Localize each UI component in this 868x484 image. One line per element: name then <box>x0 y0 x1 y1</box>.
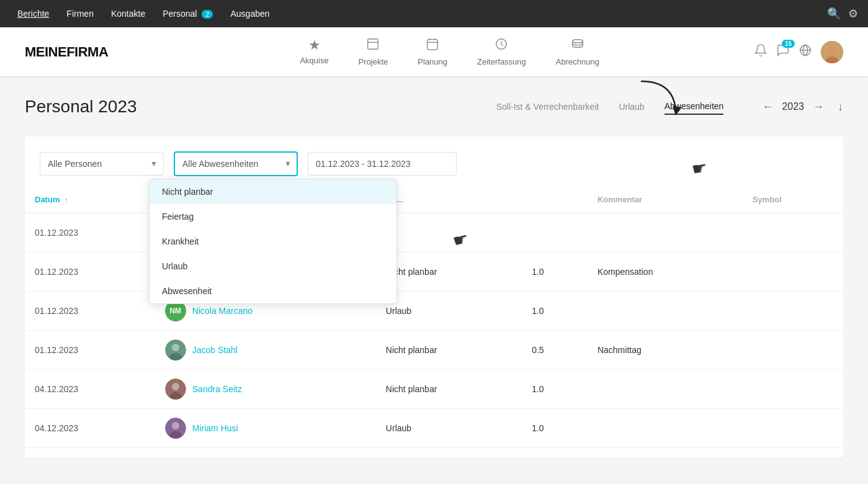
top-nav-label-kontakte: Kontakte <box>111 9 145 19</box>
second-nav-items: ★ Akquise Projekte Planung Zeiterfassun <box>145 32 754 71</box>
page-tabs: Soll-Ist & Verrechenbarkeit Urlaub Abwes… <box>496 99 843 115</box>
cell-comment: Kompensation <box>588 253 743 292</box>
nav-projekte[interactable]: Projekte <box>346 32 401 71</box>
dropdown-item-feiertag[interactable]: Feiertag <box>150 204 396 229</box>
tab-soll-ist[interactable]: Soll-Ist & Verrechenbarkeit <box>496 99 599 114</box>
projekte-icon <box>366 37 380 55</box>
top-nav-label-firmen: Firmen <box>66 9 94 19</box>
svg-point-19 <box>172 383 179 390</box>
top-nav-label-ausgaben: Ausgaben <box>230 9 269 19</box>
top-nav-item-personal[interactable]: Personal 2 <box>155 4 220 24</box>
person-name[interactable]: Nicola Marcano <box>192 306 253 316</box>
cell-symbol <box>743 213 843 253</box>
top-nav-label-berichte: Berichte <box>17 9 49 19</box>
absence-filter[interactable]: Alle Abwesenheiten ▼ <box>174 151 298 176</box>
svg-point-22 <box>172 422 179 429</box>
col-symbol: Symbol <box>743 186 843 213</box>
filters-wrapper: Alle Personen ▼ Alle Abwesenheiten ▼ Ni <box>25 146 843 186</box>
cell-person: Sandra Seitz <box>155 370 376 409</box>
planung-label: Planung <box>418 57 447 66</box>
dropdown-item-krankheit[interactable]: Krankheit <box>150 229 396 254</box>
cell-symbol <box>743 331 843 370</box>
person-select[interactable]: Alle Personen <box>40 152 164 176</box>
cell-date: 01.12.2023 <box>25 292 155 331</box>
search-icon[interactable]: 🔍 <box>827 7 841 20</box>
person-avatar <box>165 418 186 439</box>
dropdown-item-urlaub[interactable]: Urlaub <box>150 254 396 279</box>
cell-person: Miriam Husi <box>155 409 376 448</box>
cell-person: Jacob Stahl <box>155 331 376 370</box>
top-nav-item-berichte[interactable]: Berichte <box>10 4 56 24</box>
tab-urlaub[interactable]: Urlaub <box>619 99 644 114</box>
table-row: 04.12.2023 Sandra Seitz Nicht planbar 1.… <box>25 370 843 409</box>
col-ab: Ab... <box>376 186 522 213</box>
table-row: 01.12.2023 Tobias Miesel Nicht planbar 1… <box>25 253 843 292</box>
person-name[interactable]: Sandra Seitz <box>192 384 242 394</box>
person-filter[interactable]: Alle Personen ▼ <box>40 152 164 176</box>
table-row: 01.12.2023 Jacob Stahl Nicht planbar 0.5… <box>25 331 843 370</box>
abrechnung-icon <box>571 37 584 55</box>
cell-absence-type: Nicht planbar <box>376 370 522 409</box>
page-content: Personal 2023 Soll-Ist & Verrechenbarkei… <box>0 77 868 478</box>
chat-badge: 15 <box>782 40 795 48</box>
cell-date: 04.12.2023 <box>25 409 155 448</box>
prev-year-button[interactable]: ← <box>758 99 777 115</box>
person-name[interactable]: Jacob Stahl <box>192 345 238 355</box>
chat-icon[interactable]: 15 <box>776 43 790 60</box>
absence-select[interactable]: Alle Abwesenheiten <box>174 151 298 176</box>
page-title: Personal 2023 <box>25 97 496 117</box>
date-range-input[interactable] <box>308 152 457 176</box>
dropdown-item-abwesenheit[interactable]: Abwesenheit <box>150 279 396 303</box>
svg-rect-0 <box>368 39 378 50</box>
top-nav-item-ausgaben[interactable]: Ausgaben <box>223 4 277 24</box>
nav-zeiterfassung[interactable]: Zeiterfassung <box>465 32 539 71</box>
cell-symbol <box>743 409 843 448</box>
page-wrapper: Berichte Firmen Kontakte Personal 2 Ausg… <box>0 0 868 478</box>
col-datum[interactable]: Datum ↑ <box>25 186 155 213</box>
person-avatar <box>165 339 186 361</box>
cell-days <box>522 213 588 253</box>
svg-rect-1 <box>427 40 438 50</box>
dropdown-item-nicht-planbar[interactable]: Nicht planbar <box>150 179 396 204</box>
top-nav-item-kontakte[interactable]: Kontakte <box>104 4 153 24</box>
planung-icon <box>426 37 439 55</box>
cell-date: 01.12.2023 <box>25 331 155 370</box>
data-table: Datum ↑ Person Ab... Kommentar Symbol 01… <box>25 186 843 448</box>
svg-point-3 <box>573 40 583 43</box>
notification-icon[interactable] <box>754 43 767 60</box>
globe-icon[interactable] <box>799 43 812 60</box>
zeiterfassung-icon <box>494 37 508 55</box>
akquise-icon: ★ <box>308 37 321 53</box>
download-button[interactable]: ↓ <box>838 101 843 114</box>
current-year: 2023 <box>782 101 804 112</box>
person-name[interactable]: Miriam Husi <box>192 423 238 433</box>
logo[interactable]: MEINEFIRMA <box>25 44 108 60</box>
cell-absence-type: Urlaub <box>376 292 522 331</box>
cell-comment: Nachmittag <box>588 331 743 370</box>
cell-date: 01.12.2023 <box>25 213 155 253</box>
cell-days: 1.0 <box>522 292 588 331</box>
cell-days: 1.0 <box>522 253 588 292</box>
cell-comment <box>588 409 743 448</box>
next-year-button[interactable]: → <box>809 99 828 115</box>
settings-icon[interactable]: ⚙ <box>848 7 858 20</box>
top-nav-item-firmen[interactable]: Firmen <box>59 4 101 24</box>
cell-absence-type: Nicht planbar <box>376 253 522 292</box>
cell-symbol <box>743 370 843 409</box>
cell-days: 0.5 <box>522 331 588 370</box>
top-nav-label-personal: Personal <box>163 9 197 19</box>
nav-abrechnung[interactable]: Abrechnung <box>544 32 612 71</box>
nav-planung[interactable]: Planung <box>405 32 460 71</box>
cell-comment <box>588 370 743 409</box>
table-row: 01.12.2023 NM Nicola Marcano Urlaub 1.0 <box>25 292 843 331</box>
tab-abwesenheiten[interactable]: Abwesenheiten <box>664 99 724 115</box>
cell-absence-type: Urlaub <box>376 409 522 448</box>
datum-sort-arrow: ↑ <box>65 196 68 204</box>
cell-comment <box>588 213 743 253</box>
cell-symbol <box>743 292 843 331</box>
user-avatar[interactable] <box>821 41 843 63</box>
table-row: 04.12.2023 Miriam Husi Urlaub 1.0 <box>25 409 843 448</box>
nav-akquise[interactable]: ★ Akquise <box>287 32 341 71</box>
cell-absence-type: Nicht planbar <box>376 331 522 370</box>
page-header: Personal 2023 Soll-Ist & Verrechenbarkei… <box>25 97 843 117</box>
